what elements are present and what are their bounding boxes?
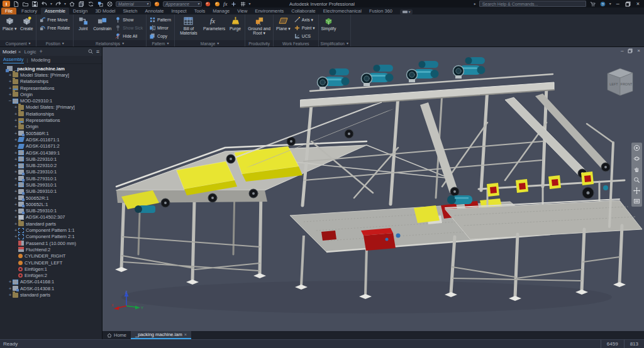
appearance-sphere-orange-icon[interactable] xyxy=(214,1,221,7)
expand-toggle[interactable]: − xyxy=(8,98,13,104)
axis-button[interactable]: Axis ▾ xyxy=(292,16,317,24)
chevron-down-icon[interactable]: ▾ xyxy=(249,2,251,6)
tree-item-standard-parts[interactable]: +standard parts xyxy=(0,220,102,227)
ribbon-tab-3d-model[interactable]: 3D Model xyxy=(91,8,119,14)
tree-item-adsk-011671-2[interactable]: +ADSK-011671:2 xyxy=(0,143,102,150)
tree-item-adsk-014389-1[interactable]: +ADSK-014389:1 xyxy=(0,150,102,156)
tree-item-packing-machine-iam[interactable]: _packing machine.iam xyxy=(0,65,102,72)
expand-toggle[interactable]: + xyxy=(13,163,18,168)
tree-item-adsk-014168-1[interactable]: +ADSK-014168:1 xyxy=(0,279,102,285)
expand-toggle[interactable]: + xyxy=(8,279,13,285)
chevron-down-icon[interactable]: ▾ xyxy=(50,2,52,6)
tree-item-origin[interactable]: +Origin xyxy=(0,124,102,130)
tree-item-sub-229310-1[interactable]: +SUB-229310:1 xyxy=(0,156,102,162)
tree-item-sub-259310-1[interactable]: +SUB-259310:1 xyxy=(0,208,102,214)
ribbon-tab-design[interactable]: Design xyxy=(69,8,91,14)
doc-minimize-button[interactable]: – xyxy=(620,48,624,53)
tree-item-sub-299310-1[interactable]: +SUB-299310:1 xyxy=(0,182,102,188)
tree-item-adsk-014502-307[interactable]: +ADSK-014502:307 xyxy=(0,214,102,220)
tree-item-origin[interactable]: +Origin xyxy=(0,91,102,97)
viewcube-front-face[interactable]: FRONT xyxy=(621,82,633,86)
ribbon-tab-manage[interactable]: Manage xyxy=(209,8,233,14)
ribbon-tab-factory[interactable]: Factory xyxy=(18,8,41,14)
expand-toggle[interactable]: + xyxy=(13,111,18,117)
chevron-down-icon[interactable]: ▾ xyxy=(64,2,66,6)
tree-item-sub-229310-2[interactable]: +SUB-229310:2 xyxy=(0,162,102,168)
expand-toggle[interactable]: + xyxy=(8,286,13,291)
ribbon-tab-annotate[interactable]: Annotate xyxy=(141,8,167,14)
look-at-icon[interactable] xyxy=(633,198,640,205)
tree-item-fluchtend-2[interactable]: Fluchtend:2 xyxy=(0,246,102,253)
grid-icon[interactable] xyxy=(240,1,247,7)
search-icon[interactable] xyxy=(88,49,93,54)
new-file-icon[interactable] xyxy=(13,1,19,7)
appearance-select[interactable]: Appearance▾ xyxy=(163,1,202,7)
material-sphere-icon[interactable] xyxy=(153,1,160,7)
update-icon[interactable] xyxy=(87,1,94,7)
tree-item-500652r-1[interactable]: +500652R:1 xyxy=(0,195,102,201)
ribbon-tab-collaborate[interactable]: Collaborate xyxy=(287,8,319,14)
view-cube[interactable]: LEFT FRONT xyxy=(602,65,638,100)
viewcube-left-face[interactable]: LEFT xyxy=(609,82,618,86)
panel-label-relationships[interactable]: Relationships▾ xyxy=(74,40,146,46)
pages-icon[interactable] xyxy=(78,1,85,7)
zoom-icon[interactable] xyxy=(633,177,640,183)
tree-item-mod-029310-1[interactable]: −MOD-029310:1 xyxy=(0,97,102,104)
show-sick-button[interactable]: Show Sick xyxy=(113,24,145,32)
tree-item-sub-239310-1[interactable]: +SUB-239310:1 xyxy=(0,169,102,175)
material-select[interactable]: Material▾ xyxy=(116,1,151,7)
expand-toggle[interactable]: + xyxy=(13,221,18,227)
appearance-sphere-red-icon[interactable] xyxy=(204,1,211,7)
close-icon[interactable]: × xyxy=(18,49,21,55)
ribbon-tab-electromechanical[interactable]: Electromechanical xyxy=(319,8,365,14)
purge-button[interactable]: Purge xyxy=(227,15,243,40)
panel-label-component[interactable]: Component▾ xyxy=(0,40,36,46)
chevron-down-icon[interactable]: ▾ xyxy=(609,2,611,6)
expand-toggle[interactable]: + xyxy=(13,150,18,156)
pattern-button[interactable]: Pattern xyxy=(148,16,173,24)
tree-item-cylinder-left[interactable]: CYLINDER_LEFT xyxy=(0,259,102,266)
doc-tab-home[interactable]: Home xyxy=(103,331,131,339)
tree-item-adsk-011671-1[interactable]: +ADSK-011671:1 xyxy=(0,136,102,143)
panel-label-position[interactable]: Position▾ xyxy=(36,40,73,46)
expand-toggle[interactable]: + xyxy=(13,104,18,110)
inventor-logo[interactable]: I xyxy=(3,1,10,7)
parameters-button[interactable]: fxParameters xyxy=(202,15,226,40)
target-icon[interactable] xyxy=(106,1,113,7)
panel-label-simplification[interactable]: Simplification▾ xyxy=(319,40,350,46)
tree-item-cylinder-right[interactable]: CYLINDER_RIGHT xyxy=(0,253,102,259)
subtab-assembly[interactable]: Assembly xyxy=(3,57,24,63)
minimize-button[interactable]: – xyxy=(614,1,621,7)
ribbon-tab-assemble[interactable]: Assemble xyxy=(41,8,69,14)
steering-wheel-icon[interactable] xyxy=(633,144,640,151)
tree-item-einf-gen-2[interactable]: Einfügen:2 xyxy=(0,273,102,279)
simplify-button[interactable]: Simplify xyxy=(320,15,338,40)
packing-machine-3d-model[interactable] xyxy=(103,47,644,331)
tree-item-500586r-1[interactable]: +500586R:1 xyxy=(0,130,102,136)
3d-viewport[interactable]: – × LEFT FRONT xyxy=(103,47,644,331)
panel-label-productivity[interactable]: Productivity xyxy=(245,40,273,46)
create-button[interactable]: Create xyxy=(18,15,35,40)
expand-toggle[interactable]: + xyxy=(13,234,18,239)
tree-item-sub-269310-1[interactable]: +SUB-269310:1 xyxy=(0,188,102,195)
expand-toggle[interactable]: + xyxy=(13,156,18,162)
expand-toggle[interactable]: + xyxy=(13,202,18,207)
layers-icon[interactable] xyxy=(97,1,104,7)
expand-toggle[interactable]: + xyxy=(13,227,18,233)
plus-icon[interactable] xyxy=(230,1,237,7)
doc-tab-packing-machine[interactable]: _packing machine.iam × xyxy=(131,331,191,339)
add-browser-tab-button[interactable]: + xyxy=(40,48,43,55)
expand-toggle[interactable]: + xyxy=(13,214,18,220)
tree-item-relationships[interactable]: +Relationships xyxy=(0,79,102,85)
expand-toggle[interactable]: + xyxy=(13,208,18,214)
tree-item-500652l-1[interactable]: +500652L:1 xyxy=(0,201,102,207)
doc-close-button[interactable]: × xyxy=(636,48,641,53)
restore-button[interactable] xyxy=(625,1,631,7)
menu-icon[interactable]: ≡ xyxy=(96,49,99,55)
subtab-modeling[interactable]: Modeling xyxy=(31,57,50,63)
expand-toggle[interactable]: + xyxy=(8,92,13,97)
panel-label-pattern[interactable]: Pattern▾ xyxy=(147,40,174,46)
free-move-button[interactable]: Free Move xyxy=(38,16,72,24)
mirror-button[interactable]: Mirror xyxy=(148,24,173,32)
bill-of-materials-button[interactable]: Bill of Materials xyxy=(176,15,201,40)
